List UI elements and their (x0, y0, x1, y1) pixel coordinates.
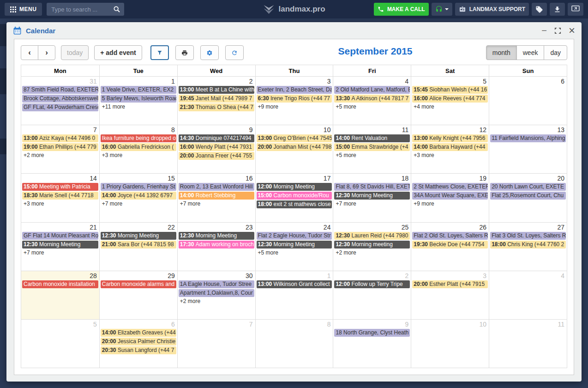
view-month-button[interactable]: month (486, 45, 517, 60)
event[interactable]: 12:00 Follow up Terry Tripe (334, 280, 410, 288)
event[interactable]: 19:30 Beckie Doe (+44 7754 (412, 241, 488, 249)
day-cell[interactable]: 26Flat 2 Old St. Loyes, Salters R19:30 B… (411, 223, 489, 271)
day-cell[interactable]: 27Flat 3 Old St. Loyes, Salters R18:00 C… (489, 223, 567, 271)
day-cell[interactable]: 1415:00 Meeting with Patricia18:30 Marie… (21, 174, 99, 222)
event[interactable]: GF FLat, 44 Powderham Crescent (22, 103, 98, 111)
screen-share-button[interactable] (568, 3, 583, 16)
day-cell[interactable]: 212:00 Follow up Terry Tripe (333, 271, 411, 319)
event[interactable]: 2 Old Matford Lane, Matford, E (334, 86, 410, 94)
event[interactable]: Carbon monoxide alarms and (101, 280, 176, 288)
landmax-support-button[interactable]: LANDMAX SUPPORT (455, 3, 529, 16)
next-button[interactable]: › (38, 45, 55, 60)
more-events-link[interactable]: +3 more (22, 200, 98, 207)
more-events-link[interactable]: +7 more (22, 249, 98, 256)
day-cell[interactable]: 2020 North Lawn Court, EXETEFlat 25,Rose… (489, 174, 567, 222)
event[interactable]: 20:00 Joanna Freer (+44 755 (179, 152, 254, 160)
day-cell[interactable]: 42 Old Matford Lane, Matford, E13:30 A A… (333, 77, 411, 125)
event[interactable]: 1A Eagle House, Tudor Stree (179, 280, 254, 288)
event[interactable]: 13:30 A Atkinson (+44 7817 7 (334, 95, 410, 103)
filter-button[interactable] (150, 45, 169, 60)
headset-button[interactable] (432, 3, 452, 16)
event[interactable]: Room 2, 13 East Wonford Hill (179, 183, 254, 191)
day-cell[interactable]: 918 North Grange, Clyst Heath (333, 320, 411, 368)
search-icon[interactable] (113, 6, 120, 13)
day-cell[interactable]: 151 Priory Gardens, Frienhay St14:00 Joy… (99, 174, 177, 222)
day-cell[interactable]: 2212:30 Morning Meeting21:00 Sara Bor (+… (99, 223, 177, 271)
event[interactable]: 20:00 Esther Platt (+44 7915 (412, 280, 488, 288)
event[interactable]: 12:30 Morning meeting (334, 241, 410, 249)
day-cell[interactable]: 1114:00 Rent Valuation15:00 Emma Strawbr… (333, 125, 411, 173)
event[interactable]: 16:00 Wendy Platt (+44 7931 (179, 143, 254, 151)
day-cell[interactable]: 7 (177, 320, 255, 368)
event[interactable]: 20:00 Jonathan Mist (+44 798 (257, 143, 332, 151)
day-cell[interactable]: 1213:00 Kelly Knight (+44 795614:00 Barb… (411, 125, 489, 173)
day-cell[interactable]: 1013:00 Greg O'Brien (+44 754520:00 Jona… (255, 125, 333, 173)
day-cell[interactable]: 3Exeter Inn, 2 Beach Street, Da6:30 Iren… (255, 77, 333, 125)
event[interactable]: Flat 8, 69 St Davids Hill, EXET (334, 183, 410, 191)
day-cell[interactable]: 1712:00 Morning Meeting15:00 Carbon mono… (255, 174, 333, 222)
make-a-call-button[interactable]: MAKE A CALL (374, 3, 429, 16)
event[interactable]: Flat 25,Rosemont Court, Chu (490, 192, 566, 200)
day-cell[interactable]: 192 St Matthews Close, EXETER34A Mount W… (411, 174, 489, 222)
event[interactable]: 11 Fairfield Mansions, Alphing (490, 134, 566, 142)
event[interactable]: 13:00 Wilkinson Grant collect (257, 280, 332, 288)
event[interactable]: GF Flat 14 Mount Pleasant Ro (22, 232, 98, 240)
day-cell[interactable]: 515:45 Siobhan Welsh (+44 1616:00 Alice … (411, 77, 489, 125)
event[interactable]: 14:00 Elizabeth Greaves (+44 (101, 329, 176, 337)
day-cell[interactable]: 29Carbon monoxide alarms and (99, 271, 177, 319)
event[interactable]: Flat 2 Old St. Loyes, Salters R (412, 232, 488, 240)
day-cell[interactable]: 10 (411, 320, 489, 368)
event[interactable]: 14:00 Barbara Hayward (+44 (412, 143, 488, 151)
event[interactable]: 15:00 Meeting with Patricia (22, 183, 98, 191)
event[interactable]: 13:00 Aziz Kaya (+44 7496 0 (22, 134, 98, 142)
more-events-link[interactable]: +5 more (334, 103, 410, 110)
event[interactable]: 19:45 Janet Mail (+44 7989 7 (179, 95, 254, 103)
day-cell[interactable]: 213:00 Meet B at La Chine with19:45 Jane… (177, 77, 255, 125)
event[interactable]: 12:30 Morning Meeting (257, 241, 332, 249)
event[interactable]: 1 Priory Gardens, Frienhay St (101, 183, 176, 191)
day-cell[interactable]: 713:00 Aziz Kaya (+44 7496 019:00 Ethan … (21, 125, 99, 173)
event[interactable]: 18:00 exit 2 st mathews close (257, 200, 332, 208)
more-events-link[interactable]: +11 more (101, 103, 176, 110)
day-cell[interactable]: 11 Veale Drive, EXETER, EX25 Barley Mews… (99, 77, 177, 125)
event[interactable]: 20:30 Susan Langford (+44 7 (101, 346, 176, 354)
event[interactable]: 15:00 Emma Strawbridge (+4 (334, 143, 410, 151)
maximize-button[interactable] (554, 27, 561, 34)
event[interactable]: 12:30 Morning Meeting (179, 232, 254, 240)
event[interactable]: 13:00 Greg O'Brien (+44 7545 (257, 134, 332, 142)
event[interactable]: 14:30 Dominique 074217494 (179, 134, 254, 142)
event[interactable]: 18:30 Marie Snell (+44 7718 (22, 192, 98, 200)
view-day-button[interactable]: day (544, 45, 567, 60)
day-cell[interactable]: 4 (489, 271, 567, 319)
event[interactable]: 17:30 Adam working on broch (179, 241, 254, 249)
event[interactable]: 15:00 Carbon monoxide/Rou (257, 192, 332, 200)
day-cell[interactable]: 2312:30 Morning Meeting17:30 Adam workin… (177, 223, 255, 271)
view-week-button[interactable]: week (516, 45, 545, 60)
event[interactable]: 12:30 Lauren Reid (+44 7980 (334, 232, 410, 240)
menu-button[interactable]: MENU (5, 3, 42, 16)
event[interactable]: 20 North Lawn Court, EXETE (490, 183, 566, 191)
more-events-link[interactable]: +7 more (334, 200, 410, 207)
day-cell[interactable]: 8 (255, 320, 333, 368)
day-cell[interactable]: 24Flat 2 Eagle House, Tudor Str12:30 Mor… (255, 223, 333, 271)
more-events-link[interactable]: +2 more (22, 152, 98, 158)
event[interactable]: Apartment 1,Oaklawn,8, Cour (179, 289, 254, 297)
day-cell[interactable]: 113:00 Wilkinson Grant collect (255, 271, 333, 319)
event[interactable]: 12:30 Morning Meeting (22, 241, 98, 249)
more-events-link[interactable]: +7 more (101, 200, 176, 207)
day-cell[interactable]: 21GF Flat 14 Mount Pleasant Ro12:30 Morn… (21, 223, 99, 271)
more-events-link[interactable]: +5 more (257, 249, 332, 256)
event[interactable]: 12:30 Morning Meeting (334, 192, 410, 200)
event[interactable]: 2 St Matthews Close, EXETER (412, 183, 488, 191)
day-cell[interactable]: 16Room 2, 13 East Wonford Hill14:00 Robe… (177, 174, 255, 222)
event[interactable]: Brook Cottage, Abbotskerswell (22, 95, 98, 103)
more-events-link[interactable]: +2 more (179, 298, 254, 304)
close-button[interactable]: × (569, 26, 575, 35)
event[interactable]: 21:00 Sara Bor (+44 7815 98 (101, 241, 176, 249)
search-input[interactable] (50, 6, 113, 13)
event[interactable]: Ikea furniture being dropped o (101, 134, 176, 142)
event[interactable]: Carbon monoxide installation (22, 280, 98, 288)
event[interactable]: 16:00 Gabriella Fredrickson ( (101, 143, 176, 151)
event[interactable]: 16:00 Alice Reeves (+44 774 (412, 95, 488, 103)
more-events-link[interactable]: +4 more (412, 103, 488, 110)
